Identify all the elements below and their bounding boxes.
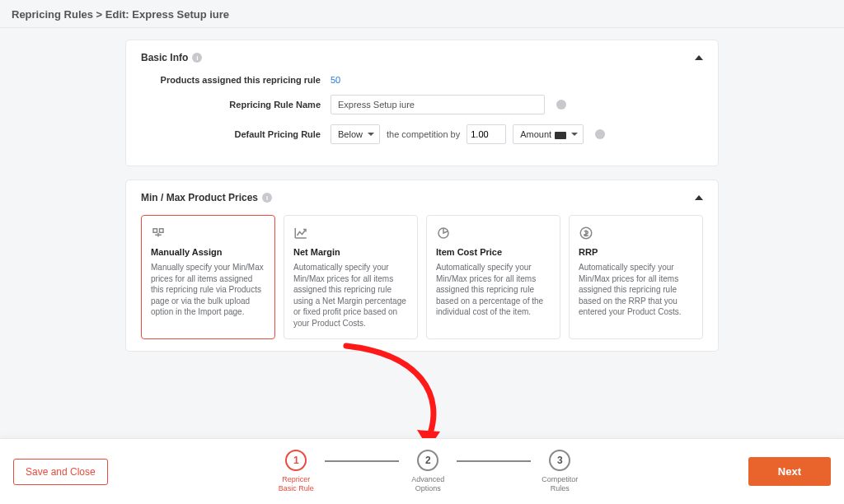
default-rule-label: Default Pricing Rule (141, 129, 331, 139)
position-select[interactable]: Below (331, 124, 380, 144)
breadcrumb-root[interactable]: Repricing Rules (12, 8, 93, 21)
step-2[interactable]: 2 Advanced Options (399, 450, 457, 493)
step-connector (457, 460, 531, 462)
option-title: Manually Assign (151, 247, 265, 257)
breadcrumb-page: Edit: Express Setup iure (106, 8, 229, 21)
step-1[interactable]: 1 Repricer Basic Rule (267, 450, 325, 493)
manual-icon (151, 226, 265, 240)
minmax-card: Min / Max Product Prices i Manually Assi… (125, 180, 719, 352)
step-label-line1: Advanced (411, 475, 444, 483)
chart-icon (293, 226, 408, 240)
minmax-title: Min / Max Product Prices (141, 192, 258, 203)
step-circle: 2 (417, 450, 438, 471)
info-icon[interactable]: i (556, 100, 566, 110)
step-circle: 3 (549, 450, 570, 471)
competition-text: the competition by (387, 129, 460, 139)
dollar-icon (579, 226, 693, 240)
progress-stepper: 1 Repricer Basic Rule 2 Advanced Options… (108, 450, 748, 493)
info-icon[interactable]: i (192, 53, 202, 63)
currency-flag-icon (555, 132, 566, 139)
pie-icon (436, 226, 551, 240)
option-title: RRP (579, 247, 693, 257)
rule-name-input[interactable] (331, 95, 545, 114)
option-net-margin[interactable]: Net Margin Automatically specify your Mi… (284, 215, 418, 339)
next-button[interactable]: Next (748, 457, 831, 486)
type-select[interactable]: Amount (513, 124, 584, 144)
step-label-line1: Repricer (282, 475, 310, 483)
option-manually-assign[interactable]: Manually Assign Manually specify your Mi… (141, 215, 275, 339)
option-title: Item Cost Price (436, 247, 551, 257)
products-assigned-label: Products assigned this repricing rule (141, 75, 331, 85)
amount-input[interactable] (467, 124, 506, 144)
info-icon[interactable]: i (262, 193, 272, 203)
svg-rect-1 (160, 229, 164, 233)
basic-info-card: Basic Info i Products assigned this repr… (125, 40, 719, 166)
collapse-icon[interactable] (695, 195, 703, 200)
step-connector (325, 460, 399, 462)
breadcrumb-sep: > (96, 8, 103, 21)
step-label-line1: Competitor (542, 475, 578, 483)
step-3[interactable]: 3 Competitor Rules (531, 450, 588, 493)
option-desc: Automatically specify your Min/Max price… (579, 262, 693, 318)
svg-rect-0 (153, 229, 157, 233)
option-desc: Automatically specify your Min/Max price… (293, 262, 408, 329)
type-select-label: Amount (520, 129, 551, 139)
rule-name-label: Repricing Rule Name (141, 100, 331, 110)
info-icon[interactable]: i (595, 129, 605, 139)
breadcrumb: Repricing Rules > Edit: Express Setup iu… (0, 0, 844, 28)
basic-info-title: Basic Info (141, 52, 188, 63)
step-label-line2: Options (415, 484, 441, 492)
option-rrp[interactable]: RRP Automatically specify your Min/Max p… (569, 215, 703, 339)
step-circle: 1 (285, 450, 307, 471)
footer-bar: Save and Close 1 Repricer Basic Rule 2 A… (0, 438, 844, 504)
option-title: Net Margin (293, 247, 408, 257)
save-and-close-button[interactable]: Save and Close (13, 459, 108, 485)
option-desc: Manually specify your Min/Max prices for… (151, 262, 265, 318)
collapse-icon[interactable] (695, 55, 703, 60)
products-count-link[interactable]: 50 (331, 75, 340, 85)
step-label-line2: Basic Rule (279, 484, 314, 492)
option-desc: Automatically specify your Min/Max price… (436, 262, 551, 318)
step-label-line2: Rules (551, 484, 570, 492)
option-item-cost-price[interactable]: Item Cost Price Automatically specify yo… (426, 215, 560, 339)
